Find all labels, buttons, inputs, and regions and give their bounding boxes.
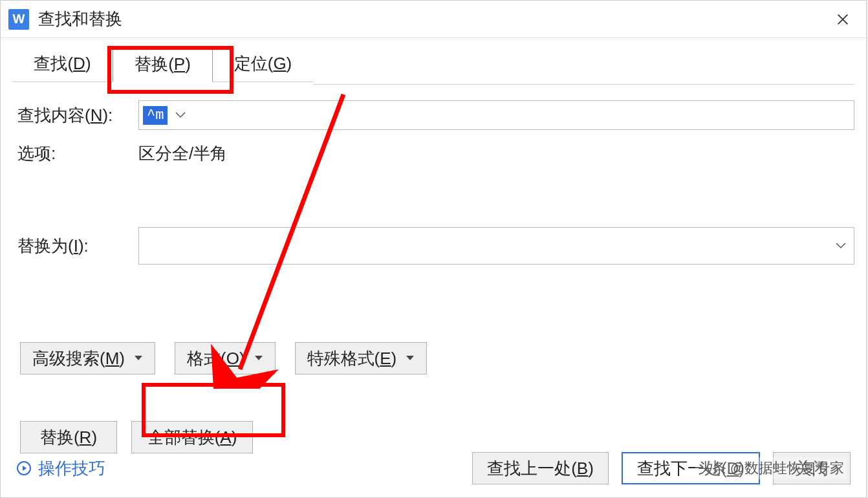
close-button[interactable]: [827, 4, 858, 35]
find-content-row: 查找内容(N): ^m: [12, 100, 854, 130]
replace-with-label: 替换为(I):: [12, 235, 138, 257]
chevron-down-icon: [175, 112, 186, 118]
options-row: 选项: 区分全/半角: [12, 139, 854, 168]
tab-find[interactable]: 查找(D): [12, 46, 113, 82]
find-content-value: ^m: [143, 106, 168, 125]
find-combo-arrow[interactable]: [168, 101, 193, 129]
content-area: 查找(D) 替换(P) 定位(G) 查找内容(N): ^m: [1, 38, 866, 453]
special-format-label: 特殊格式(E): [307, 347, 397, 370]
chevron-down-icon: [254, 355, 263, 362]
find-prev-button[interactable]: 查找上一处(B): [472, 452, 609, 484]
find-content-label: 查找内容(N):: [12, 104, 138, 127]
dialog-title: 查找和替换: [38, 8, 122, 30]
chevron-down-icon: [134, 355, 143, 362]
annotation-box-replace-all: [142, 383, 285, 437]
replace-with-combo[interactable]: [138, 227, 854, 265]
special-format-button[interactable]: 特殊格式(E): [295, 342, 428, 374]
replace-button-label: 替换(R): [40, 428, 97, 447]
advanced-search-button[interactable]: 高级搜索(M): [20, 342, 155, 374]
advanced-search-label: 高级搜索(M): [32, 347, 125, 370]
format-label: 格式(O): [187, 347, 245, 370]
replace-combo-arrow[interactable]: [828, 228, 854, 264]
close-icon: [836, 12, 850, 27]
form-area: 查找内容(N): ^m 选项: 区分全/半角 替换为(I):: [12, 85, 854, 453]
options-value: 区分全/半角: [138, 142, 227, 165]
replace-button[interactable]: 替换(R): [20, 421, 117, 453]
tips-link[interactable]: 操作技巧: [16, 457, 105, 480]
tab-goto-label: 定位(G): [234, 52, 292, 75]
tab-find-label: 查找(D): [34, 52, 91, 75]
annotation-box-replace-tab: [107, 46, 233, 94]
action-buttons-row: 替换(R) 全部替换(A): [12, 421, 854, 453]
replace-with-row: 替换为(I):: [12, 227, 854, 265]
chevron-down-icon: [406, 355, 415, 362]
options-label: 选项:: [12, 142, 138, 165]
watermark: 头条 @数据蛙恢复专家: [695, 457, 847, 479]
find-prev-label: 查找上一处(B): [487, 459, 594, 478]
find-replace-dialog: W 查找和替换 查找(D) 替换(P) 定位(G) 查找内容(N): ^m: [0, 0, 867, 498]
tips-link-label: 操作技巧: [38, 457, 105, 480]
replace-with-input[interactable]: [139, 228, 828, 264]
play-circle-icon: [16, 460, 32, 476]
titlebar: W 查找和替换: [1, 1, 866, 38]
option-buttons-row: 高级搜索(M) 格式(O) 特殊格式(E): [12, 342, 854, 374]
format-button[interactable]: 格式(O): [175, 342, 276, 374]
chevron-down-icon: [836, 243, 846, 249]
find-content-combo[interactable]: ^m: [138, 100, 854, 130]
app-icon: W: [8, 9, 29, 30]
tab-spacer: [313, 46, 854, 85]
